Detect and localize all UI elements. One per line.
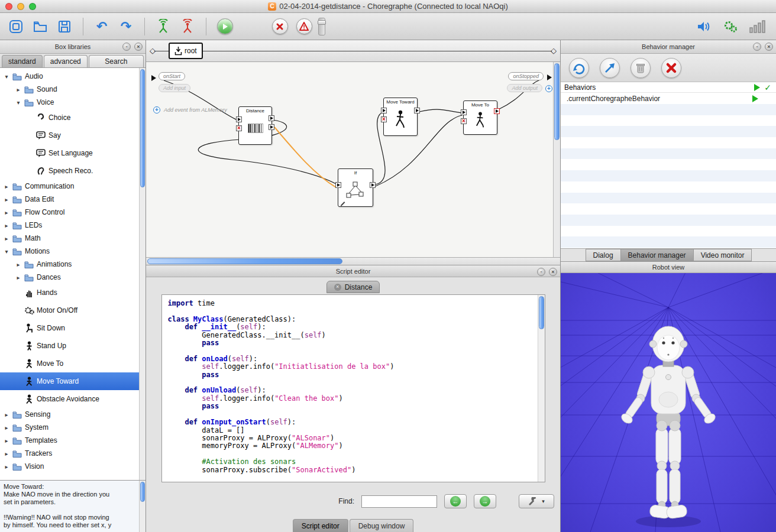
find-previous-button[interactable]: ← (444, 494, 467, 508)
minimize-window-button[interactable] (17, 3, 24, 10)
settings-button[interactable] (720, 17, 741, 37)
find-options-button[interactable]: ▾ (519, 494, 554, 508)
input-connector[interactable] (381, 108, 387, 113)
flow-box-if[interactable]: If (338, 168, 373, 207)
code-scrollbar[interactable] (538, 295, 545, 482)
output-connector[interactable] (370, 182, 376, 188)
tree-item-hands[interactable]: Hands (0, 284, 146, 301)
tree-item-sit-down[interactable]: Sit Down (0, 319, 146, 337)
add-input-tag[interactable]: Add input (159, 84, 190, 92)
tree-item-dances[interactable]: ▸Dances (0, 271, 146, 284)
close-panel-icon[interactable] (765, 43, 773, 51)
tab-debug-window[interactable]: Debug window (350, 519, 414, 532)
refresh-behaviors-button[interactable] (569, 58, 589, 78)
tree-item-motor-on-off[interactable]: Motor On/Off (0, 301, 146, 319)
tree-item-move-to[interactable]: Move To (0, 355, 146, 372)
flow-box-move-to[interactable]: Move To (463, 100, 497, 135)
transfer-behavior-button[interactable] (600, 58, 620, 78)
disclosure-right-icon[interactable]: ▸ (2, 411, 11, 418)
disclosure-right-icon[interactable]: ▸ (14, 274, 22, 281)
open-project-button[interactable] (30, 17, 50, 37)
disclosure-down-icon[interactable]: ▾ (2, 248, 11, 255)
output-connector[interactable] (494, 108, 500, 114)
find-next-button[interactable]: → (474, 494, 496, 508)
undo-button[interactable]: ↶ (92, 17, 112, 37)
disclosure-right-icon[interactable]: ▸ (2, 450, 11, 457)
robot-3d-view[interactable] (561, 273, 776, 532)
stop-input-connector[interactable] (236, 125, 242, 131)
disclosure-right-icon[interactable]: ▸ (2, 222, 11, 229)
tab-video-monitor[interactable]: Video monitor (693, 249, 752, 261)
stop-button[interactable] (270, 17, 290, 37)
tree-scrollbar[interactable] (139, 68, 146, 480)
tab-dialog[interactable]: Dialog (586, 249, 621, 261)
output-connector[interactable] (269, 124, 274, 130)
disclosure-down-icon[interactable]: ▾ (14, 99, 22, 106)
output-connector[interactable] (414, 108, 420, 113)
output-connector[interactable] (269, 115, 274, 121)
tree-item-vision[interactable]: ▸Vision (0, 460, 146, 473)
warnings-button[interactable] (294, 17, 314, 37)
tree-item-audio[interactable]: ▾Audio (0, 70, 146, 83)
behavior-item-current[interactable]: .currentChoregrapheBehavior (561, 93, 776, 104)
tree-item-data-edit[interactable]: ▸Data Edit (0, 193, 146, 206)
stop-input-connector[interactable] (381, 116, 387, 122)
description-scrollbar[interactable] (139, 481, 146, 532)
tree-item-set-language[interactable]: Set Language (0, 144, 146, 162)
disclosure-right-icon[interactable]: ▸ (14, 261, 22, 268)
disclosure-right-icon[interactable]: ▸ (2, 463, 11, 470)
play-behavior-icon[interactable] (752, 95, 758, 102)
redo-button[interactable]: ↷ (116, 17, 136, 37)
close-tab-icon[interactable] (334, 284, 341, 291)
slider-knob[interactable] (318, 20, 326, 25)
undock-panel-icon[interactable] (122, 43, 131, 51)
close-panel-icon[interactable] (134, 43, 143, 51)
tab-search[interactable]: Search (89, 55, 144, 67)
tree-item-motions[interactable]: ▾Motions (0, 245, 146, 258)
input-connector[interactable] (461, 109, 467, 115)
tree-item-trackers[interactable]: ▸Trackers (0, 447, 146, 460)
flow-diagram-canvas[interactable]: onStart Add input Add event from ALMemor… (146, 62, 560, 257)
disclosure-down-icon[interactable]: ▾ (2, 73, 11, 80)
find-input[interactable] (361, 495, 437, 508)
disclosure-right-icon[interactable]: ▸ (2, 209, 11, 216)
input-connector[interactable] (236, 116, 242, 122)
disclosure-right-icon[interactable]: ▸ (2, 183, 11, 190)
speed-slider[interactable] (318, 18, 325, 35)
tab-advanced[interactable]: advanced (44, 55, 88, 67)
tree-item-animations[interactable]: ▸Animations (0, 258, 146, 271)
disclosure-right-icon[interactable]: ▸ (14, 86, 22, 93)
add-event-label[interactable]: Add event from ALMemory (164, 107, 227, 113)
undock-panel-icon[interactable] (753, 43, 761, 51)
tree-item-system[interactable]: ▸System (0, 421, 146, 434)
tree-item-obstacle-avoidance[interactable]: Obstacle Avoidance (0, 390, 146, 408)
tree-item-stand-up[interactable]: Stand Up (0, 337, 146, 355)
connect-button[interactable] (153, 17, 173, 37)
tab-script-editor[interactable]: Script editor (293, 519, 348, 532)
tab-standard[interactable]: standard (2, 55, 43, 67)
script-tab-distance[interactable]: Distance (326, 281, 380, 293)
save-project-button[interactable] (54, 17, 75, 37)
tree-item-math[interactable]: ▸Math (0, 232, 146, 245)
tree-item-sound[interactable]: ▸Sound (0, 83, 146, 96)
onstart-tag[interactable]: onStart (159, 72, 185, 80)
disclosure-right-icon[interactable]: ▸ (2, 424, 11, 431)
play-behavior-icon[interactable] (754, 84, 760, 91)
flow-box-move-toward[interactable]: Move Toward (383, 98, 418, 136)
volume-button[interactable] (693, 17, 713, 37)
tree-item-flow-control[interactable]: ▸Flow Control (0, 206, 146, 219)
close-panel-icon[interactable] (549, 268, 557, 276)
tree-item-communication[interactable]: ▸Communication (0, 180, 146, 193)
disclosure-right-icon[interactable]: ▸ (2, 437, 11, 444)
canvas-vertical-scrollbar[interactable] (553, 62, 560, 257)
add-output-plus-icon[interactable] (545, 85, 552, 92)
disconnect-button[interactable] (177, 17, 198, 37)
onstopped-tag[interactable]: onStopped (508, 72, 544, 80)
new-project-button[interactable] (6, 17, 26, 37)
canvas-horizontal-scrollbar[interactable] (146, 257, 560, 265)
tree-item-say[interactable]: Say (0, 126, 146, 144)
tree-item-sensing[interactable]: ▸Sensing (0, 408, 146, 421)
flow-box-distance[interactable]: Distance (238, 106, 272, 145)
zoom-window-button[interactable] (29, 3, 36, 10)
tree-item-speech-reco[interactable]: Speech Reco. (0, 162, 146, 180)
